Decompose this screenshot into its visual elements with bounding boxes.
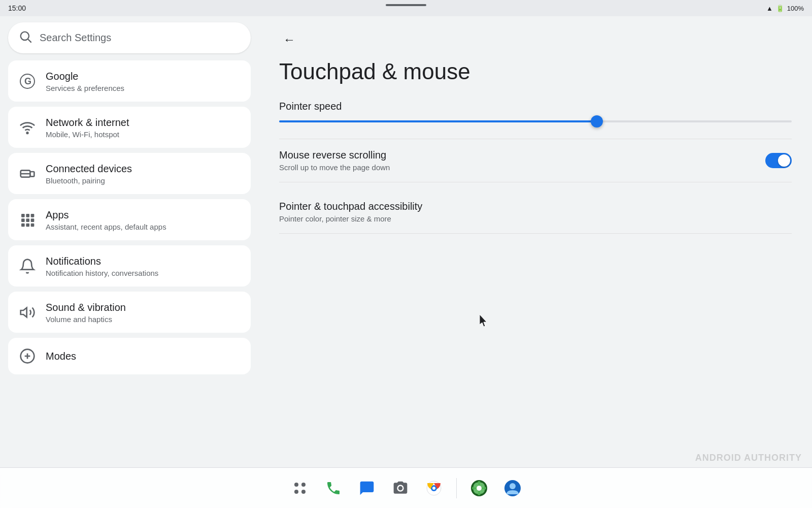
svg-point-39	[477, 486, 482, 491]
google-item-text: Google Services & preferences	[46, 70, 124, 92]
svg-rect-14	[21, 223, 25, 227]
status-bar: 15:00 ▲ 🔋 100%	[0, 0, 812, 16]
connected-subtitle: Bluetooth, pairing	[46, 176, 132, 185]
mouse-reverse-scrolling-toggle[interactable]	[765, 153, 792, 168]
search-input[interactable]: Search Settings	[40, 32, 111, 44]
slider-thumb[interactable]	[591, 115, 603, 128]
sidebar: Search Settings G Google Services & pref…	[0, 16, 259, 467]
status-icons: ▲ 🔋 100%	[766, 5, 804, 12]
wifi-icon	[18, 118, 37, 137]
svg-point-41	[510, 483, 516, 489]
sidebar-item-google[interactable]: G Google Services & preferences	[8, 60, 251, 102]
pointer-speed-slider[interactable]	[279, 120, 792, 122]
status-time: 15:00	[8, 4, 26, 12]
network-item-text: Network & internet Mobile, Wi-Fi, hotspo…	[46, 116, 129, 139]
pointer-speed-label: Pointer speed	[279, 101, 792, 112]
connected-devices-icon	[18, 165, 37, 183]
pointer-accessibility-row[interactable]: Pointer & touchpad accessibility Pointer…	[279, 190, 792, 234]
sound-title: Sound & vibration	[46, 301, 126, 314]
google-subtitle: Services & preferences	[46, 84, 124, 92]
connected-title: Connected devices	[46, 162, 132, 175]
page-title: Touchpad & mouse	[279, 59, 792, 84]
back-button[interactable]: ←	[279, 28, 299, 51]
apps-subtitle: Assistant, recent apps, default apps	[46, 223, 166, 231]
search-icon	[18, 29, 32, 46]
svg-rect-15	[26, 223, 29, 227]
slider-fill	[279, 120, 597, 122]
svg-point-22	[294, 483, 298, 487]
svg-rect-8	[21, 214, 25, 217]
sidebar-item-modes[interactable]: Modes	[8, 338, 251, 374]
sound-icon	[18, 303, 37, 322]
pointer-speed-section: Pointer speed	[279, 101, 792, 122]
mouse-reverse-scrolling-desc: Scroll up to move the page down	[279, 163, 390, 172]
svg-point-4	[27, 132, 28, 134]
taskbar-camera-icon[interactable]	[386, 474, 415, 502]
sidebar-item-notifications[interactable]: Notifications Notification history, conv…	[8, 245, 251, 287]
svg-rect-12	[26, 218, 29, 222]
notifications-title: Notifications	[46, 255, 158, 268]
mouse-cursor	[480, 314, 490, 330]
sidebar-item-sound[interactable]: Sound & vibration Volume and haptics	[8, 292, 251, 333]
apps-icon	[18, 211, 37, 229]
search-bar[interactable]: Search Settings	[8, 22, 251, 53]
connected-item-text: Connected devices Bluetooth, pairing	[46, 162, 132, 185]
taskbar-divider	[456, 478, 457, 498]
svg-rect-16	[31, 223, 35, 227]
taskbar-messages-icon[interactable]	[353, 474, 381, 502]
back-arrow-icon: ←	[283, 33, 295, 47]
google-icon: G	[18, 72, 37, 90]
apps-item-text: Apps Assistant, recent apps, default app…	[46, 208, 166, 231]
svg-text:G: G	[24, 76, 31, 86]
mouse-reverse-scrolling-info: Mouse reverse scrolling Scroll up to mov…	[279, 149, 390, 172]
network-subtitle: Mobile, Wi-Fi, hotspot	[46, 130, 129, 139]
google-title: Google	[46, 70, 124, 83]
notifications-item-text: Notifications Notification history, conv…	[46, 255, 158, 277]
svg-rect-10	[31, 214, 35, 217]
svg-point-0	[21, 32, 29, 40]
taskbar-contacts-icon[interactable]	[498, 474, 527, 502]
content-panel: ← Touchpad & mouse Pointer speed Mouse r…	[259, 16, 812, 467]
svg-point-25	[301, 490, 306, 494]
svg-point-29	[432, 487, 435, 490]
svg-rect-9	[26, 214, 29, 217]
sound-subtitle: Volume and haptics	[46, 315, 126, 324]
battery-icon: 🔋	[776, 5, 784, 12]
mouse-reverse-scrolling-row[interactable]: Mouse reverse scrolling Scroll up to mov…	[279, 139, 792, 182]
taskbar-launcher-icon[interactable]	[286, 474, 314, 502]
sound-item-text: Sound & vibration Volume and haptics	[46, 301, 126, 324]
pointer-accessibility-desc: Pointer color, pointer size & more	[279, 214, 792, 223]
svg-marker-21	[480, 314, 487, 327]
svg-point-24	[294, 490, 298, 494]
svg-rect-13	[31, 218, 35, 222]
battery-percent: 100%	[787, 5, 804, 12]
modes-title: Modes	[46, 350, 76, 363]
network-title: Network & internet	[46, 116, 129, 129]
modes-icon	[18, 347, 37, 365]
sidebar-item-apps[interactable]: Apps Assistant, recent apps, default app…	[8, 199, 251, 240]
svg-line-1	[28, 39, 31, 42]
notifications-subtitle: Notification history, conversations	[46, 269, 158, 277]
watermark: ANDROID AUTHORITY	[695, 453, 802, 463]
mouse-reverse-scrolling-label: Mouse reverse scrolling	[279, 149, 390, 161]
wifi-status-icon: ▲	[766, 5, 773, 12]
modes-item-text: Modes	[46, 350, 76, 363]
svg-point-23	[301, 483, 306, 487]
taskbar-mint-icon[interactable]	[465, 474, 493, 502]
slider-track	[279, 120, 792, 122]
apps-title: Apps	[46, 208, 166, 221]
svg-marker-17	[21, 307, 27, 317]
svg-rect-11	[21, 218, 25, 222]
toggle-knob	[778, 154, 790, 167]
taskbar-phone-icon[interactable]	[319, 474, 348, 502]
bell-icon	[18, 257, 37, 275]
svg-rect-6	[30, 172, 34, 176]
pointer-accessibility-label: Pointer & touchpad accessibility	[279, 201, 792, 212]
taskbar-chrome-icon[interactable]	[420, 474, 448, 502]
drag-handle[interactable]	[386, 4, 426, 6]
taskbar	[0, 467, 812, 508]
sidebar-item-connected[interactable]: Connected devices Bluetooth, pairing	[8, 153, 251, 194]
sidebar-item-network[interactable]: Network & internet Mobile, Wi-Fi, hotspo…	[8, 107, 251, 148]
